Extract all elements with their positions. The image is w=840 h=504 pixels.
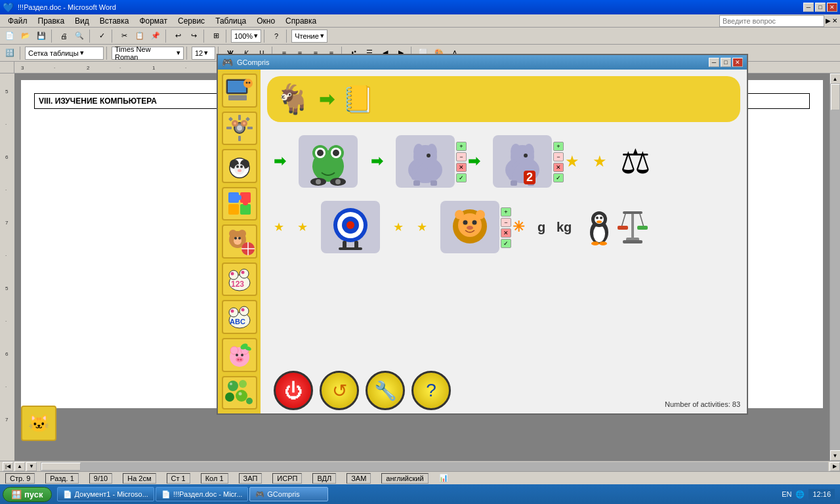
sidebar-item-pig[interactable] bbox=[222, 338, 257, 372]
gcompris-minimize-button[interactable]: ─ bbox=[709, 58, 719, 67]
doc-start-button[interactable]: |◀ bbox=[3, 462, 13, 471]
svg-point-138 bbox=[591, 242, 599, 245]
redo-button[interactable]: ↪ bbox=[186, 29, 201, 43]
start-button[interactable]: 🪟 пуск bbox=[3, 487, 52, 502]
svg-point-87 bbox=[225, 392, 234, 402]
gcompris-close-button[interactable]: ✕ bbox=[732, 58, 743, 67]
scroll-track[interactable] bbox=[830, 84, 841, 450]
menu-table[interactable]: Таблица bbox=[210, 15, 251, 27]
svg-text:5: 5 bbox=[5, 89, 9, 94]
svg-point-70 bbox=[229, 308, 238, 317]
help-arrow-icon[interactable]: ▶ bbox=[826, 17, 831, 24]
gc-power-button[interactable]: ⏻ bbox=[274, 371, 313, 410]
svg-point-46 bbox=[240, 165, 243, 168]
menu-tools[interactable]: Сервис bbox=[173, 15, 210, 27]
page-up-button[interactable]: ▲ bbox=[14, 462, 25, 471]
close-button[interactable]: ✕ bbox=[827, 3, 837, 12]
sidebar-item-cow-numbers[interactable]: 123 bbox=[222, 262, 257, 297]
preview-button[interactable]: 🔍 bbox=[72, 29, 87, 43]
copy-button[interactable]: 📋 bbox=[133, 29, 147, 43]
help-search-input[interactable] bbox=[719, 15, 824, 27]
menu-insert[interactable]: Вставка bbox=[94, 15, 135, 27]
star4-icon: ★ bbox=[297, 220, 308, 234]
scroll-right-button[interactable]: ▶ bbox=[830, 462, 840, 471]
menu-window[interactable]: Окно bbox=[251, 15, 280, 27]
unit-labels: g kg bbox=[537, 220, 572, 235]
menu-format[interactable]: Формат bbox=[134, 15, 173, 27]
lion-check-button[interactable]: ✓ bbox=[501, 239, 511, 248]
gcompris-maximize-button[interactable]: □ bbox=[721, 58, 731, 67]
sep5 bbox=[203, 30, 206, 43]
sidebar-item-puzzle[interactable] bbox=[222, 187, 257, 221]
font-dropdown[interactable]: Times New Roman ▾ bbox=[112, 47, 184, 60]
new-button[interactable]: 📄 bbox=[3, 29, 17, 43]
frog-container bbox=[299, 135, 358, 188]
elephant2-container: 2 + − ✕ ✓ bbox=[493, 135, 552, 188]
svg-point-120 bbox=[346, 221, 354, 229]
gc-help-button[interactable]: ? bbox=[411, 371, 451, 410]
hscroll-thumb[interactable] bbox=[41, 463, 81, 471]
sidebar-item-bear[interactable] bbox=[222, 224, 257, 259]
elephant1-check-button[interactable]: ✓ bbox=[456, 173, 467, 182]
sidebar-item-panda[interactable] bbox=[222, 149, 257, 183]
spell-button[interactable]: ✓ bbox=[94, 29, 109, 43]
sidebar-item-balls[interactable] bbox=[222, 376, 257, 410]
sidebar-item-settings[interactable] bbox=[222, 112, 257, 146]
fontsize-dropdown[interactable]: 12 ▾ bbox=[192, 47, 215, 60]
gc-wrench-button[interactable]: 🔧 bbox=[366, 371, 405, 410]
print-button[interactable]: 🖨 bbox=[56, 29, 71, 43]
maximize-button[interactable]: □ bbox=[815, 3, 826, 12]
paste-button[interactable]: 📌 bbox=[148, 29, 163, 43]
left-ruler: 5 · 6 · 7 · 5 · 6 · 7 bbox=[0, 74, 14, 461]
svg-point-66 bbox=[230, 272, 234, 275]
scroll-up-button[interactable]: ▲ bbox=[830, 74, 841, 84]
unit-g-label: g bbox=[537, 220, 545, 234]
elephant2-minus-button[interactable]: − bbox=[553, 152, 564, 161]
gc-gear-button[interactable]: ↺ bbox=[320, 371, 359, 410]
lion-container: + − ✕ ✓ bbox=[440, 201, 499, 253]
svg-point-26 bbox=[243, 79, 253, 88]
elephant1-minus-button[interactable]: − bbox=[456, 152, 467, 161]
svg-point-137 bbox=[597, 220, 602, 223]
table-grid-dropdown[interactable]: Сетка таблицы ▾ bbox=[25, 47, 104, 60]
sidebar-bottom-icon[interactable]: 🐱 bbox=[21, 406, 56, 441]
elephant2-check-button[interactable]: ✓ bbox=[553, 173, 564, 182]
hscroll-track[interactable] bbox=[41, 462, 828, 471]
elephant2-plus-button[interactable]: + bbox=[553, 142, 564, 151]
zoom-dropdown[interactable]: 100% ▾ bbox=[231, 30, 261, 43]
menu-edit[interactable]: Правка bbox=[33, 15, 70, 27]
elephant2-x-button[interactable]: ✕ bbox=[553, 163, 564, 172]
format-btn1[interactable]: 🔠 bbox=[3, 46, 17, 60]
zoom-arrow-icon[interactable]: ▾ bbox=[254, 32, 258, 40]
page-down-button[interactable]: ▼ bbox=[26, 462, 37, 471]
taskbar-item-doc1[interactable]: 📄 Документ1 - Microsо... bbox=[57, 487, 154, 501]
elephant1-box bbox=[396, 135, 455, 188]
menu-file[interactable]: Файл bbox=[3, 15, 33, 27]
lion-plus-button[interactable]: + bbox=[501, 207, 511, 217]
scroll-down-button[interactable]: ▼ bbox=[830, 450, 841, 461]
sidebar-item-computer[interactable] bbox=[222, 74, 257, 108]
cut-button[interactable]: ✂ bbox=[117, 29, 131, 43]
svg-rect-145 bbox=[637, 226, 648, 230]
elephant1-x-button[interactable]: ✕ bbox=[456, 163, 467, 172]
undo-button[interactable]: ↩ bbox=[171, 29, 185, 43]
sidebar-item-cow-letters[interactable]: ABC bbox=[222, 300, 257, 334]
taskbar-item-doc2[interactable]: 📄 !!!Раздел.doc - Micr... bbox=[156, 487, 248, 501]
open-button[interactable]: 📂 bbox=[18, 29, 33, 43]
lion-x-button[interactable]: ✕ bbox=[501, 228, 511, 238]
help-close-icon[interactable]: ✕ bbox=[832, 17, 837, 24]
taskbar-item-gcompris[interactable]: 🎮 GCompris bbox=[249, 487, 328, 501]
svg-point-128 bbox=[463, 220, 468, 225]
save-button[interactable]: 💾 bbox=[34, 29, 49, 43]
elephant1-plus-button[interactable]: + bbox=[456, 142, 467, 151]
svg-text:·: · bbox=[5, 384, 7, 390]
doc1-icon: 📄 bbox=[63, 490, 72, 499]
menu-help[interactable]: Справка bbox=[280, 15, 322, 27]
help2-button[interactable]: ? bbox=[269, 29, 284, 43]
insert-table-button[interactable]: ⊞ bbox=[209, 29, 223, 43]
minimize-button[interactable]: ─ bbox=[803, 3, 814, 12]
menu-view[interactable]: Вид bbox=[70, 15, 94, 27]
scroll-thumb[interactable] bbox=[831, 84, 840, 110]
lion-minus-button[interactable]: − bbox=[501, 218, 511, 227]
view-mode-dropdown[interactable]: Чтение ▾ bbox=[291, 30, 327, 43]
